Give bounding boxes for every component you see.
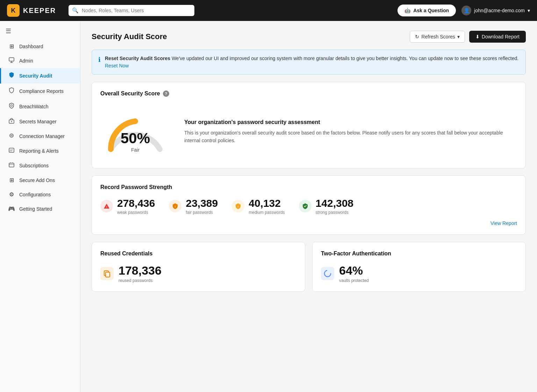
download-report-button[interactable]: ⬇ Download Report <box>469 31 526 43</box>
tfa-value: 64% <box>339 264 369 277</box>
ask-question-button[interactable]: 🤖 Ask a Question <box>398 5 456 16</box>
reporting-alerts-icon <box>8 147 15 154</box>
svg-point-5 <box>11 135 12 136</box>
fair-passwords-stat: ! 23,389 fair passwords <box>169 197 218 215</box>
sidebar-label-secure-add-ons: Secure Add Ons <box>19 177 55 183</box>
weak-label: weak passwords <box>117 210 155 215</box>
refresh-icon: ↻ <box>415 34 419 39</box>
sidebar-item-secure-add-ons[interactable]: ⊞ Secure Add Ons <box>0 173 80 187</box>
sidebar-label-connection-manager: Connection Manager <box>19 133 65 139</box>
weak-passwords-stat: ! 278,436 weak passwords <box>100 197 155 215</box>
view-report-link[interactable]: View Report <box>100 220 517 226</box>
getting-started-icon: 🎮 <box>8 205 15 212</box>
sidebar-label-dashboard: Dashboard <box>19 44 43 49</box>
strong-passwords-stat: 142,308 strong passwords <box>299 197 353 215</box>
logo: K KEEPER <box>7 4 63 17</box>
score-section: 50% Fair Your organization's password se… <box>100 104 517 160</box>
alert-bold-text: Reset Security Audit Scores <box>105 56 170 61</box>
reused-icon <box>100 267 114 280</box>
overall-score-title: Overall Security Score ? <box>100 90 517 97</box>
hamburger-menu[interactable]: ☰ <box>0 24 80 39</box>
gauge-label: 50% Fair <box>121 131 150 153</box>
connection-manager-icon <box>8 133 15 140</box>
search-input[interactable] <box>69 5 194 16</box>
page-title: Security Audit Score <box>92 32 167 41</box>
sidebar-item-secrets-manager[interactable]: Secrets Manager <box>0 114 80 129</box>
info-icon: ℹ <box>98 55 101 65</box>
main-content: Security Audit Score ↻ Refresh Scores ▾ … <box>80 21 537 392</box>
weak-value: 278,436 <box>117 197 155 209</box>
strong-stat-info: 142,308 strong passwords <box>316 197 353 215</box>
strong-value: 142,308 <box>316 197 353 209</box>
alert-banner: ℹ Reset Security Audit Scores We've upda… <box>92 50 526 75</box>
sidebar-item-getting-started[interactable]: 🎮 Getting Started <box>0 202 80 216</box>
strong-label: strong passwords <box>316 210 353 215</box>
alert-body-text: We've updated our UI and improved our sc… <box>170 56 518 61</box>
alert-text: Reset Security Audit Scores We've update… <box>105 55 519 70</box>
sidebar: ☰ ⊞ Dashboard Admin Security Audit Compl… <box>0 21 80 392</box>
tfa-stat: 64% vaults protected <box>321 264 517 283</box>
dashboard-icon: ⊞ <box>8 43 15 50</box>
reused-credentials-card: Reused Credentials 178,336 reused passwo… <box>92 242 305 292</box>
help-icon[interactable]: ? <box>163 90 169 97</box>
password-strength-title-text: Record Password Strength <box>100 184 172 190</box>
sidebar-label-getting-started: Getting Started <box>19 206 52 212</box>
keeper-logo-icon: K <box>7 4 20 17</box>
two-factor-card: Two-Factor Authentication 64% vaults pro… <box>312 242 526 292</box>
sidebar-item-reporting-alerts[interactable]: Reporting & Alerts <box>0 144 80 158</box>
user-email: john@acme-demo.com <box>474 8 525 13</box>
overall-score-title-text: Overall Security Score <box>100 90 160 97</box>
compliance-icon <box>8 87 15 95</box>
sidebar-label-admin: Admin <box>19 58 33 64</box>
sidebar-item-connection-manager[interactable]: Connection Manager <box>0 129 80 144</box>
sidebar-item-admin[interactable]: Admin <box>0 53 80 68</box>
fair-stat-info: 23,389 fair passwords <box>186 197 218 215</box>
svg-text:!: ! <box>106 205 107 209</box>
sidebar-item-security-audit[interactable]: Security Audit <box>0 68 80 84</box>
sidebar-label-reporting-alerts: Reporting & Alerts <box>19 148 59 154</box>
sidebar-label-security-audit: Security Audit <box>19 73 52 79</box>
sidebar-label-configurations: Configurations <box>19 192 51 197</box>
svg-text:!: ! <box>238 205 239 208</box>
gauge-chart: 50% Fair <box>100 104 170 160</box>
refresh-btn-label: Refresh Scores <box>421 34 455 39</box>
sidebar-item-compliance-reports[interactable]: Compliance Reports <box>0 84 80 99</box>
svg-rect-7 <box>9 163 14 167</box>
reset-now-link[interactable]: Reset Now <box>105 63 129 68</box>
reused-credentials-title: Reused Credentials <box>100 251 296 257</box>
breachwatch-icon <box>8 103 15 110</box>
score-desc-body: This is your organization's overall secu… <box>184 129 517 145</box>
svg-point-1 <box>11 105 13 107</box>
sidebar-item-configurations[interactable]: ⚙ Configurations <box>0 187 80 202</box>
sidebar-label-compliance-reports: Compliance Reports <box>19 88 64 94</box>
secrets-manager-icon <box>8 118 15 125</box>
logo-text: KEEPER <box>23 7 56 15</box>
two-factor-title: Two-Factor Authentication <box>321 251 517 257</box>
weak-badge: ! <box>100 200 113 212</box>
reused-stat-info: 178,336 reused passwords <box>119 264 162 283</box>
download-icon: ⬇ <box>475 34 480 39</box>
weak-stat-info: 278,436 weak passwords <box>117 197 155 215</box>
chevron-down-icon: ▾ <box>528 8 530 13</box>
reused-label: reused passwords <box>119 278 162 283</box>
refresh-scores-button[interactable]: ↻ Refresh Scores ▾ <box>410 31 465 43</box>
secure-add-ons-icon: ⊞ <box>8 177 15 183</box>
score-description: Your organization's password security as… <box>184 119 517 145</box>
tfa-label: vaults protected <box>339 278 369 283</box>
medium-value: 40,132 <box>249 197 285 209</box>
header-actions: ↻ Refresh Scores ▾ ⬇ Download Report <box>410 31 526 43</box>
user-menu[interactable]: 👤 john@acme-demo.com ▾ <box>461 6 530 15</box>
sidebar-label-breachwatch: BreachWatch <box>19 104 49 109</box>
sidebar-item-subscriptions[interactable]: Subscriptions <box>0 158 80 173</box>
download-btn-label: Download Report <box>482 34 520 39</box>
medium-passwords-stat: ! 40,132 medium passwords <box>232 197 285 215</box>
bottom-cards-row: Reused Credentials 178,336 reused passwo… <box>92 242 526 292</box>
sidebar-item-dashboard[interactable]: ⊞ Dashboard <box>0 39 80 53</box>
medium-label: medium passwords <box>249 210 285 215</box>
fair-value: 23,389 <box>186 197 218 209</box>
tfa-icon <box>321 267 334 280</box>
svg-text:!: ! <box>175 205 176 208</box>
refresh-chevron-icon: ▾ <box>457 34 460 39</box>
gauge-percent-value: 50% <box>121 131 150 146</box>
sidebar-item-breachwatch[interactable]: BreachWatch <box>0 99 80 114</box>
